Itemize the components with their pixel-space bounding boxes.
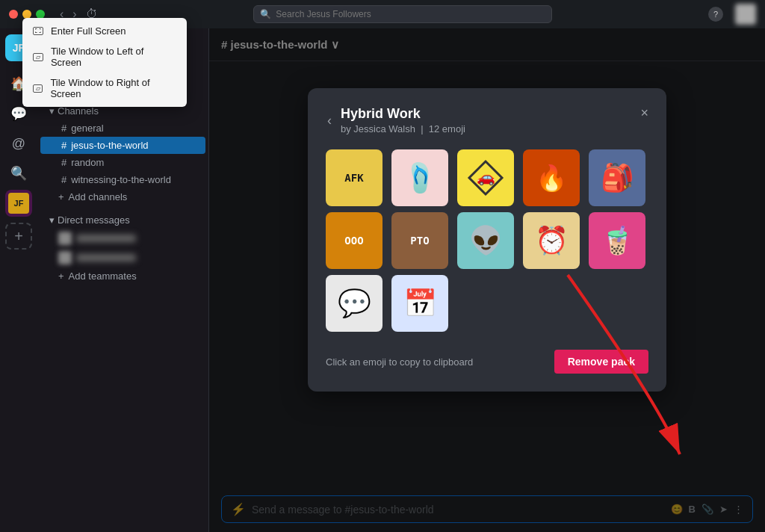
emoji-shoe[interactable]: 🩴 (391, 149, 448, 206)
modal-close-button[interactable]: × (640, 106, 648, 120)
context-menu-item-fullscreen[interactable]: ⛶ Enter Full Screen (22, 21, 187, 41)
emoji-car-sign[interactable]: 🚗 (457, 149, 514, 206)
emoji-clock[interactable]: ⏰ (523, 212, 580, 269)
svg-text:🚗: 🚗 (477, 168, 495, 186)
emoji-calendar[interactable]: 📅 (391, 275, 448, 332)
user-avatar[interactable] (735, 4, 756, 25)
add-channels-item[interactable]: + Add channels (37, 188, 208, 205)
channel-item-random[interactable]: # random (40, 154, 205, 171)
emoji-coffee-cup[interactable]: 🧋 (589, 212, 645, 269)
add-workspace-button[interactable]: + (5, 223, 32, 250)
hash-icon: # (61, 140, 66, 151)
fullscreen-icon: ⛶ (33, 27, 43, 35)
modal-meta: by Jessica Walsh | 12 emoji (341, 123, 465, 134)
modal-title-area: Hybrid Work by Jessica Walsh | 12 emoji (341, 106, 465, 134)
help-button[interactable]: ? (708, 7, 723, 22)
modal-title: Hybrid Work (341, 106, 465, 122)
dm-avatar (58, 251, 72, 265)
plus-icon: + (58, 270, 64, 282)
context-menu-item-tile-left[interactable]: ▱ Tile Window to Left of Screen (22, 41, 187, 72)
search-bar[interactable]: 🔍 (253, 5, 552, 23)
sidebar-icon-search[interactable]: 🔍 (5, 160, 32, 187)
modal-overlay: ‹ Hybrid Work by Jessica Walsh | 12 emoj… (209, 28, 765, 532)
emoji-pto[interactable]: PTO (391, 212, 448, 269)
emoji-slack-logo[interactable]: 💬 (326, 275, 382, 332)
close-button[interactable] (9, 10, 18, 19)
sidebar-icon-mentions[interactable]: @ (5, 130, 32, 157)
dm-item-2[interactable] (37, 248, 208, 267)
hash-icon: # (61, 174, 66, 185)
channel-name: jesus-to-the-world (71, 140, 148, 151)
context-menu-item-tile-right[interactable]: ▱ Tile Window to Right of Screen (22, 72, 187, 104)
modal-footer: Click an emoji to copy to clipboard Remo… (326, 350, 648, 374)
channel-item-jesus-to-the-world[interactable]: # jesus-to-the-world (40, 137, 205, 154)
main-content: # jesus-to-the-world ∨ ⚡ Send a message … (209, 28, 765, 532)
dm-chevron-icon: ▾ (49, 214, 55, 226)
jf-avatar: JF (8, 193, 29, 214)
copy-hint: Click an emoji to copy to clipboard (326, 356, 473, 368)
dm-section: ▾ Direct messages + Add teammates (37, 211, 208, 285)
context-menu: ⛶ Enter Full Screen ▱ Tile Window to Lef… (22, 18, 187, 107)
emoji-alien-face[interactable]: 👽 (457, 212, 514, 269)
emoji-afk[interactable]: AFK (326, 149, 382, 206)
channel-item-general[interactable]: # general (40, 120, 205, 137)
emoji-backpack[interactable]: 🎒 (589, 149, 645, 206)
search-input[interactable] (276, 9, 545, 19)
modal-header: ‹ Hybrid Work by Jessica Walsh | 12 emoj… (326, 106, 648, 134)
sidebar-icon-apps[interactable]: JF (5, 190, 32, 217)
emoji-ooo[interactable]: OOO (326, 212, 382, 269)
dm-label: Direct messages (58, 214, 130, 226)
channel-name: witnessing-to-the-world (71, 174, 171, 185)
channels-label: Channels (58, 105, 99, 117)
add-teammates-item[interactable]: + Add teammates (37, 267, 208, 285)
modal-back-button[interactable]: ‹ (326, 111, 333, 130)
channel-name: general (71, 123, 103, 134)
plus-icon: + (58, 191, 64, 202)
emoji-fire-desk[interactable]: 🔥 (523, 149, 580, 206)
search-icon: 🔍 (260, 9, 271, 19)
channel-item-witnessing[interactable]: # witnessing-to-the-world (40, 171, 205, 188)
tile-right-icon: ▱ (33, 84, 43, 93)
channel-name: random (71, 157, 104, 168)
emoji-grid: AFK 🩴 🚗 🔥 🎒 OOO PTO 👽 ⏰ 🧋 (326, 149, 648, 332)
modal-header-left: ‹ Hybrid Work by Jessica Walsh | 12 emoj… (326, 106, 465, 134)
remove-pack-button[interactable]: Remove pack (554, 350, 648, 374)
dm-name (76, 254, 136, 262)
add-teammates-label: Add teammates (69, 270, 137, 282)
add-channels-label: Add channels (69, 191, 128, 202)
hash-icon: # (61, 123, 66, 134)
dm-name (76, 235, 136, 242)
dm-item-1[interactable] (37, 229, 208, 248)
channels-chevron-icon: ▾ (49, 105, 55, 117)
tile-left-icon: ▱ (33, 53, 43, 61)
dm-avatar (58, 232, 72, 245)
hash-icon: # (61, 157, 66, 168)
emoji-modal: ‹ Hybrid Work by Jessica Walsh | 12 emoj… (308, 88, 666, 392)
dm-section-header[interactable]: ▾ Direct messages (37, 211, 208, 229)
